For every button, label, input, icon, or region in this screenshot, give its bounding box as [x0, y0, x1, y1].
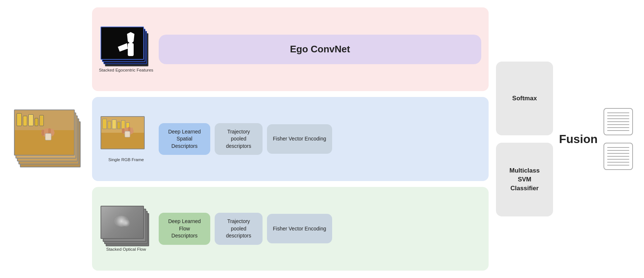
- mid-descriptor-label: Deep LearnedSpatialDescriptors: [168, 128, 201, 150]
- classifiers-column: Softmax MulticlassSVMClassifier: [496, 15, 553, 263]
- mid-fisher-box: Fisher Vector Encoding: [267, 124, 332, 154]
- bot-boxes: Deep LearnedFlowDescriptors Trajectorypo…: [159, 213, 481, 245]
- bracket-line-b1: [607, 147, 629, 148]
- bracket-line-2: [607, 115, 629, 116]
- rgb-frame-top: [101, 116, 145, 149]
- bot-trajectory-label: Trajectorypooleddescriptors: [226, 218, 251, 240]
- tool-icon: [101, 27, 144, 60]
- bracket-line-1: [607, 112, 629, 113]
- svg-rect-4: [42, 130, 44, 136]
- frame-layer-1: [14, 110, 75, 156]
- bracket-line-b3: [607, 153, 629, 154]
- panel-bot: Stacked Optical Flow Deep LearnedFlowDes…: [92, 187, 489, 271]
- bracket-top: [603, 108, 633, 135]
- convnet-box: Ego ConvNet: [159, 35, 481, 64]
- mid-descriptor-box: Deep LearnedSpatialDescriptors: [159, 123, 210, 155]
- rgb-frame-label: Single RGB Frame: [108, 157, 144, 162]
- svg-rect-11: [131, 128, 133, 133]
- svg-rect-13: [125, 131, 130, 137]
- flow-frame-wrapper: Stacked Optical Flow: [99, 206, 153, 251]
- fusion-column: Fusion: [559, 15, 598, 263]
- mid-trajectory-label: Trajectorypooleddescriptors: [226, 128, 251, 150]
- left-frames: [11, 62, 85, 216]
- ego-frame-label: Stacked Egocentric Features: [99, 68, 154, 72]
- bracket-line-7: [607, 130, 629, 131]
- bracket-line-4: [607, 121, 629, 122]
- bot-descriptor-box: Deep LearnedFlowDescriptors: [159, 213, 210, 245]
- convnet-label: Ego ConvNet: [290, 44, 350, 55]
- panel-mid: Single RGB Frame Deep LearnedSpatialDesc…: [92, 97, 489, 181]
- mid-trajectory-box: Trajectorypooleddescriptors: [215, 123, 263, 155]
- svg-rect-5: [45, 133, 51, 140]
- rgb-hand-svg: [116, 122, 140, 138]
- svg-rect-3: [51, 129, 54, 136]
- flow-frame-top: [101, 206, 144, 239]
- svm-box: MulticlassSVMClassifier: [496, 143, 553, 216]
- svm-label: MulticlassSVMClassifier: [510, 166, 540, 192]
- bracket-line-b2: [607, 150, 629, 151]
- svg-rect-7: [128, 43, 134, 56]
- bracket-line-3: [607, 118, 629, 119]
- panels-column: Stacked Egocentric Features Ego ConvNet: [92, 7, 489, 271]
- bot-trajectory-box: Trajectorypooleddescriptors: [215, 213, 263, 245]
- panel-top: Stacked Egocentric Features Ego ConvNet: [92, 7, 489, 91]
- bracket-line-6: [607, 127, 629, 128]
- rgb-frame-wrapper: Single RGB Frame: [99, 116, 153, 162]
- bracket-line-5: [607, 124, 629, 125]
- right-column: Softmax MulticlassSVMClassifier Fusion: [496, 7, 633, 271]
- mid-boxes: Deep LearnedSpatialDescriptors Trajector…: [159, 123, 481, 155]
- bracket-bot: [603, 143, 633, 170]
- flow-frame-label: Stacked Optical Flow: [106, 247, 146, 251]
- bracket-line-b7: [607, 165, 629, 166]
- mid-fisher-label: Fisher Vector Encoding: [273, 135, 326, 143]
- ego-frame-wrapper: Stacked Egocentric Features: [99, 27, 153, 72]
- bracket-line-b4: [607, 156, 629, 157]
- bracket-column: [603, 15, 633, 263]
- bot-descriptor-label: Deep LearnedFlowDescriptors: [168, 218, 201, 240]
- hand-svg: [35, 122, 61, 142]
- ego-frame-top: [101, 27, 144, 60]
- bracket-line-b5: [607, 159, 629, 160]
- svg-rect-12: [122, 128, 124, 133]
- fusion-label: Fusion: [559, 132, 598, 146]
- bot-fisher-box: Fisher Vector Encoding: [267, 214, 332, 243]
- softmax-label: Softmax: [512, 94, 537, 103]
- bracket-line-b6: [607, 162, 629, 163]
- bot-fisher-label: Fisher Vector Encoding: [273, 225, 326, 233]
- main-container: Stacked Egocentric Features Ego ConvNet: [0, 0, 644, 278]
- svg-rect-6: [101, 27, 144, 60]
- softmax-box: Softmax: [496, 62, 553, 135]
